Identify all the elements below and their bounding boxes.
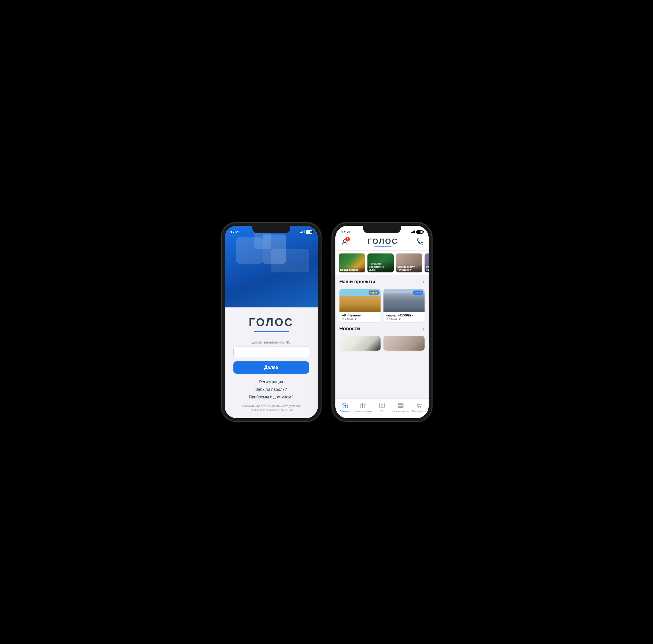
login-status-time: 17:21 [231, 230, 240, 234]
nav-projects-label: Наши проекты [354, 410, 372, 413]
projects-chevron[interactable]: › [423, 279, 424, 284]
login-screen: 17:21 [225, 226, 318, 418]
home-content: Новая фукция! Появился маркетплейс услуг… [335, 251, 429, 398]
news-card-4[interactable]: Оформле парадных [425, 253, 429, 272]
home-signal-bars [411, 230, 415, 233]
login-footer: Нажимая «Далее» вы принимаете условия По… [234, 404, 309, 412]
home-logo-container: ГОЛОС [367, 237, 398, 247]
svg-rect-3 [364, 405, 366, 408]
home-logo-underline [374, 247, 392, 247]
login-phone-inner: 17:21 [225, 226, 318, 418]
news-card-commercial[interactable]: Продажа коммерческого помещения в доме «… [384, 336, 425, 351]
nav-marketplace-label: Marketplace [412, 410, 426, 413]
home-nav-icon [341, 402, 348, 409]
phone-call-button[interactable] [416, 238, 424, 247]
news-card-2-text: Появился маркетплейс услуг! [369, 262, 392, 271]
bottom-nav: Главная Наши проекты [335, 398, 429, 418]
project-name-hygge: Квартал «ХЮGGE» [386, 314, 422, 317]
news-card-1-text: Новая фукция! [340, 268, 364, 271]
login-links: Регистрация Забыли пароль? Проблемы с до… [249, 380, 293, 399]
project-card-hygge[interactable]: 2023 Квартал «ХЮGGE» от 3.5 млн ₽ [384, 289, 425, 322]
projects-section-header: Наши проекты › [339, 279, 425, 285]
login-phone: 17:21 [222, 223, 321, 421]
svg-rect-4 [380, 403, 384, 408]
marketplace-nav-icon [416, 402, 423, 409]
svg-rect-6 [398, 404, 403, 405]
home-battery-icon [416, 230, 423, 234]
home-status-icons [411, 230, 423, 234]
project-cards: Сдан ЖК «Ньютон» от 4.5 млн ₽ 2023 [335, 289, 429, 322]
project-badge-hygge: 2023 [413, 291, 422, 295]
profile-button[interactable]: 5 [340, 237, 349, 247]
nav-home-label: Главная [339, 410, 349, 413]
login-hero [225, 226, 318, 307]
news-section: Новости › [335, 322, 429, 336]
project-price-hygge: от 3.5 млн ₽ [386, 318, 422, 321]
home-header: 5 ГОЛОС [335, 237, 429, 251]
nav-my-objects[interactable]: Мои объекты [391, 399, 410, 416]
projects-title: Наши проекты [339, 279, 375, 285]
project-name-newton: ЖК «Ньютон» [342, 314, 378, 317]
home-status-time: 17:21 [341, 230, 351, 234]
nav-projects[interactable]: Наши проекты [354, 399, 373, 416]
signal-bars [300, 230, 305, 233]
login-email-input[interactable] [234, 346, 309, 357]
login-logo: ГОЛОС [249, 316, 293, 329]
hero-white-block [263, 234, 286, 264]
nav-uk-label: УК [380, 410, 384, 413]
news-chevron[interactable]: › [423, 326, 424, 331]
svg-rect-7 [398, 405, 403, 406]
news-slider[interactable]: Новая фукция! Появился маркетплейс услуг… [335, 251, 429, 275]
home-phone-inner: 17:21 [335, 226, 429, 418]
nav-marketplace[interactable]: Marketplace [410, 399, 429, 416]
home-notch [363, 226, 401, 233]
projects-section: Наши проекты › [335, 275, 429, 289]
access-problem-link[interactable]: Проблемы с доступом? [249, 395, 293, 399]
login-button[interactable]: Далее [234, 361, 309, 374]
news-section-header: Новости › [339, 326, 425, 331]
nav-my-objects-label: Мои объекты [392, 410, 409, 413]
my-objects-nav-icon [397, 402, 404, 409]
svg-point-9 [418, 408, 419, 408]
home-phone: 17:21 [333, 223, 432, 421]
news-card-2[interactable]: Появился маркетплейс услуг! [367, 253, 394, 272]
svg-point-10 [420, 408, 421, 408]
login-status-icons [300, 230, 312, 234]
news-card-4-text: Оформле парадных [426, 266, 429, 271]
news-title: Новости [339, 326, 360, 331]
project-card-newton[interactable]: Сдан ЖК «Ньютон» от 4.5 млн ₽ [339, 289, 381, 322]
login-body: ГОЛОС E-mail, телефон или ЛС Далее Регис… [225, 307, 318, 418]
svg-rect-1 [361, 404, 362, 408]
battery-icon [306, 230, 312, 234]
news-card-3[interactable]: Опрос: доступ к телефонии [396, 253, 422, 272]
project-price-newton: от 4.5 млн ₽ [342, 318, 378, 321]
news-card-3-text: Опрос: доступ к телефонии [397, 266, 421, 271]
nav-home[interactable]: Главная [335, 399, 354, 416]
login-logo-underline [254, 331, 289, 332]
news-card-sales[interactable]: Старт продаж революционных квартир в ЖК [339, 336, 381, 351]
svg-point-5 [381, 405, 383, 406]
nav-uk[interactable]: УК [373, 399, 391, 416]
uk-nav-icon [379, 402, 386, 409]
project-badge-newton: Сдан [369, 291, 379, 295]
news-cards: Старт продаж революционных квартир в ЖК … [335, 336, 429, 351]
phones-container: 17:21 [222, 223, 432, 421]
svg-rect-8 [398, 407, 403, 408]
svg-rect-2 [362, 403, 364, 408]
forgot-password-link[interactable]: Забыли пароль? [255, 387, 287, 392]
login-input-label: E-mail, телефон или ЛС [252, 340, 291, 344]
news-card-1[interactable]: Новая фукция! [339, 253, 365, 272]
notch [252, 226, 290, 233]
register-link[interactable]: Регистрация [259, 380, 283, 384]
profile-badge: 5 [345, 237, 350, 242]
home-screen: 17:21 [335, 226, 429, 418]
home-logo: ГОЛОС [367, 237, 398, 246]
projects-nav-icon [360, 402, 367, 409]
